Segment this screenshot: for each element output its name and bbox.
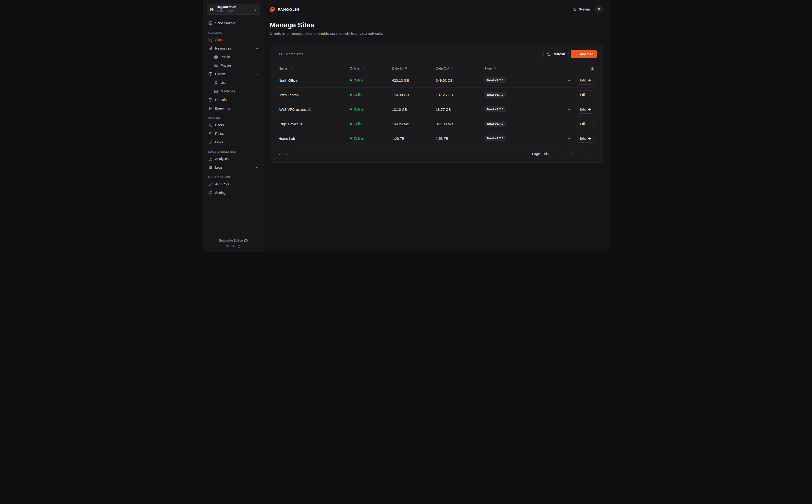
page-size-select[interactable]: 20 xyxy=(276,150,291,158)
online-dot-icon xyxy=(350,108,352,110)
route-icon xyxy=(208,46,213,50)
globe-icon xyxy=(214,55,218,59)
sidebar-item-label: Clients xyxy=(215,72,253,76)
column-label: Data In xyxy=(392,66,403,70)
org-switcher[interactable]: Organization ACME Corp. xyxy=(207,4,260,15)
data-in-value: 174.30 GB xyxy=(389,93,433,97)
sidebar-item-roles[interactable]: Roles xyxy=(207,129,260,138)
sidebar-item-domains[interactable]: Domains xyxy=(207,96,260,104)
sidebar-item-label: Machines xyxy=(221,89,259,93)
plus-icon xyxy=(574,52,578,56)
sidebar-item-private[interactable]: Private xyxy=(213,61,260,70)
column-header-name[interactable]: Name xyxy=(276,66,347,70)
sites-table: Name Online Data In Data Out xyxy=(276,64,597,146)
sidebar-item-logs[interactable]: Logs xyxy=(207,163,260,172)
status-badge: Online xyxy=(350,78,389,82)
sort-icon xyxy=(493,67,496,70)
sidebar-item-clients[interactable]: Clients xyxy=(207,70,260,78)
refresh-icon xyxy=(547,52,551,56)
edit-label: Edit xyxy=(580,78,586,82)
row-menu-button[interactable]: ⋯ xyxy=(568,136,572,141)
resources-subgroup: Public Private xyxy=(207,53,260,70)
online-dot-icon xyxy=(350,123,352,125)
chevron-down-icon xyxy=(285,152,288,156)
column-header-online[interactable]: Online xyxy=(347,66,389,70)
edit-button[interactable]: Edit xyxy=(577,105,594,114)
sidebar-item-label: Blueprints xyxy=(215,106,259,110)
search-input[interactable] xyxy=(285,52,364,56)
edit-button[interactable]: Edit xyxy=(577,134,594,143)
sidebar-item-label: Users xyxy=(215,123,253,127)
sidebar-item-label: Domains xyxy=(215,98,259,102)
version-link[interactable]: v1.13.0 xyxy=(226,243,240,249)
section-label-access: ACCESS xyxy=(207,116,260,119)
sidebar-item-public[interactable]: Public xyxy=(213,53,260,61)
topbar: PANGOLIN System M xyxy=(270,6,603,12)
moon-icon xyxy=(573,7,577,11)
sidebar-item-blueprints[interactable]: Blueprints xyxy=(207,104,260,113)
sidebar: Organization ACME Corp. Server Admin GEN… xyxy=(203,0,264,252)
column-toggle-button[interactable] xyxy=(551,66,597,70)
column-header-data-out[interactable]: Data Out xyxy=(433,66,482,70)
sidebar-item-client-users[interactable]: Users xyxy=(213,78,260,87)
github-icon[interactable] xyxy=(244,239,248,242)
theme-toggle-button[interactable]: System xyxy=(573,7,590,11)
row-menu-button[interactable]: ⋯ xyxy=(568,122,572,126)
page-indicator: Page 1 of 1 xyxy=(532,152,550,156)
section-label-logs-analytics: LOGS & ANALYTICS xyxy=(207,150,260,153)
avatar[interactable]: M xyxy=(595,5,603,13)
sidebar-item-users[interactable]: Users xyxy=(207,121,260,129)
row-menu-button[interactable]: ⋯ xyxy=(568,107,572,111)
sidebar-item-server-admin[interactable]: Server Admin xyxy=(207,19,260,27)
type-badge: Newt v1.7.0 xyxy=(484,106,506,112)
data-in-value: 1.20 TB xyxy=(389,136,433,141)
sidebar-item-api-keys[interactable]: API Keys xyxy=(207,180,260,188)
user-icon xyxy=(208,123,213,127)
globe-icon xyxy=(208,98,213,102)
next-page-button[interactable] xyxy=(578,150,586,158)
sidebar-item-links[interactable]: Links xyxy=(207,138,260,146)
row-menu-button[interactable]: ⋯ xyxy=(568,93,572,97)
data-in-value: 144.24 MB xyxy=(389,122,433,126)
first-page-button[interactable] xyxy=(556,150,565,158)
users-icon xyxy=(208,131,213,136)
table-row: Home Lab Online 1.20 TB 1.53 TB Newt v1.… xyxy=(276,131,597,146)
edit-button[interactable]: Edit xyxy=(577,91,594,99)
page-subtitle: Create and manage sites to enable connec… xyxy=(270,31,603,36)
sidebar-scrollbar-thumb[interactable] xyxy=(263,123,263,133)
sort-icon xyxy=(451,67,454,70)
version-label: v1.13.0 xyxy=(226,243,236,249)
sidebar-item-sites[interactable]: Sites xyxy=(207,35,260,44)
row-menu-button[interactable]: ⋯ xyxy=(568,78,572,82)
prev-page-button[interactable] xyxy=(567,150,575,158)
sidebar-item-machines[interactable]: Machines xyxy=(213,87,260,96)
sidebar-item-label: Sites xyxy=(215,38,259,42)
refresh-button[interactable]: Refresh xyxy=(543,50,568,58)
edit-button[interactable]: Edit xyxy=(577,120,594,128)
sidebar-item-settings[interactable]: Settings xyxy=(207,188,260,197)
type-badge: Newt v1.7.0 xyxy=(484,77,506,83)
server-icon xyxy=(208,21,213,25)
edit-label: Edit xyxy=(580,93,586,97)
column-header-data-in[interactable]: Data In xyxy=(389,66,433,70)
arrow-right-icon xyxy=(588,79,591,82)
column-header-type[interactable]: Type xyxy=(482,66,551,70)
arrow-right-icon xyxy=(588,93,591,97)
sort-icon xyxy=(361,67,364,70)
server-icon xyxy=(214,89,218,93)
brand[interactable]: PANGOLIN xyxy=(270,6,299,12)
chevron-down-icon xyxy=(255,166,259,169)
sidebar-item-resources[interactable]: Resources xyxy=(207,44,260,53)
arrow-right-icon xyxy=(588,108,591,111)
pagination-bar: 20 Page 1 of 1 xyxy=(276,150,597,158)
search-icon xyxy=(279,52,283,56)
sites-card: Refresh Add Site Name Online xyxy=(270,44,603,163)
last-page-button[interactable] xyxy=(588,150,597,158)
edit-button[interactable]: Edit xyxy=(577,76,594,85)
add-site-button[interactable]: Add Site xyxy=(571,50,597,58)
type-badge: Newt v1.7.0 xyxy=(484,92,506,98)
type-badge: Newt v1.7.0 xyxy=(484,136,506,141)
sidebar-item-analytics[interactable]: Analytics xyxy=(207,155,260,163)
data-out-value: 1.53 TB xyxy=(433,136,482,141)
data-out-value: 341.93 MB xyxy=(433,122,482,126)
